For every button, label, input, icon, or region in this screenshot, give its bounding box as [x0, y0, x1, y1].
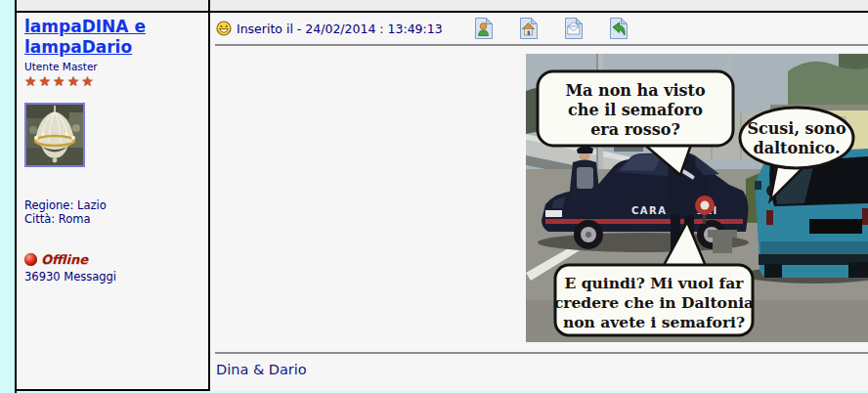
- user-avatar-chandelier: [24, 103, 85, 167]
- header-divider: [215, 44, 868, 46]
- message-count: 36930 Messaggi: [24, 270, 200, 284]
- user-region: Regione: Lazio: [24, 198, 200, 212]
- svg-text:Scusi, sono: Scusi, sono: [747, 119, 846, 138]
- post-header: Inserito il - 24/02/2014 : 13:49:13: [210, 13, 868, 44]
- svg-text:era rosso?: era rosso?: [590, 120, 680, 139]
- previous-row-right-cell: [210, 0, 868, 11]
- signature: Dina & Dario: [216, 362, 868, 377]
- homepage-icon[interactable]: [519, 17, 539, 40]
- user-rank-stars: ★★★★★: [24, 73, 200, 89]
- reply-quote-icon[interactable]: [609, 17, 629, 40]
- svg-text:che il semaforo: che il semaforo: [568, 101, 703, 119]
- post-action-icons: [474, 17, 629, 40]
- email-icon[interactable]: [564, 17, 584, 40]
- profile-icon[interactable]: [474, 17, 494, 40]
- post-author-panel: lampaDINA e lampaDario Utente Master ★★★…: [17, 13, 210, 391]
- svg-text:credere che in Daltonia: credere che in Daltonia: [554, 293, 754, 312]
- previous-row-left-cell: [17, 0, 210, 11]
- username-link[interactable]: lampaDINA e lampaDario: [24, 17, 200, 58]
- comic-scene: CARABINIERI: [526, 54, 868, 342]
- user-city: Città: Roma: [24, 212, 200, 226]
- signature-divider: [215, 352, 868, 354]
- previous-row-strip: [17, 0, 868, 13]
- post-timestamp: Inserito il - 24/02/2014 : 13:49:13: [237, 22, 443, 36]
- post-cell: Inserito il - 24/02/2014 : 13:49:13: [210, 13, 868, 391]
- svg-text:non avete i semafori?: non avete i semafori?: [563, 313, 745, 331]
- offline-status-label: Offline: [41, 252, 88, 267]
- svg-text:daltonico.: daltonico.: [753, 139, 840, 157]
- forum-table: lampaDINA e lampaDario Utente Master ★★★…: [15, 0, 868, 393]
- svg-text:Ma non ha visto: Ma non ha visto: [565, 81, 706, 100]
- comic-image: CARABINIERI: [526, 54, 868, 342]
- user-rank: Utente Master: [24, 61, 200, 72]
- chandelier-avatar-image: [26, 105, 83, 165]
- svg-text:E quindi? Mi vuol far: E quindi? Mi vuol far: [565, 274, 745, 292]
- offline-status-icon: [24, 253, 37, 266]
- big-grin-smiley-icon: [216, 21, 232, 36]
